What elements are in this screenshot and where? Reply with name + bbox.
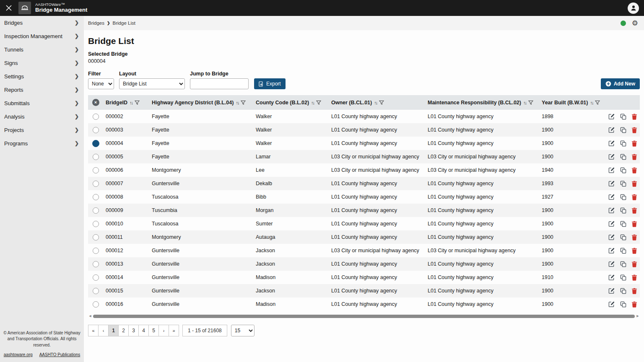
row-select-radio[interactable] [93,234,99,240]
scroll-right-icon[interactable]: ► [636,314,640,318]
page-button-2[interactable]: 2 [118,325,129,336]
delete-icon[interactable] [631,234,637,240]
table-row[interactable]: 000002 Fayette Walker L01 County highway… [88,110,640,123]
delete-icon[interactable] [631,274,637,281]
copy-icon[interactable] [620,140,626,147]
edit-icon[interactable] [608,114,615,120]
copy-icon[interactable] [620,301,626,308]
sidebar-item-settings[interactable]: Settings❯ [0,70,84,83]
delete-icon[interactable] [631,167,637,173]
copy-icon[interactable] [620,127,626,133]
table-row[interactable]: 000003 Fayette Walker L01 County highway… [88,123,640,137]
edit-icon[interactable] [608,274,615,281]
edit-icon[interactable] [608,261,615,267]
copy-icon[interactable] [620,167,626,173]
filter-funnel-icon[interactable] [316,100,321,105]
delete-icon[interactable] [631,154,637,160]
sort-icon[interactable]: ↑↓ [236,100,239,105]
row-select-radio[interactable] [93,114,99,120]
scrollbar-thumb[interactable] [93,315,635,318]
table-row[interactable]: 000005 Fayette Lamar L03 City or municip… [88,150,640,163]
edit-icon[interactable] [608,234,615,240]
copy-icon[interactable] [620,207,626,214]
copy-icon[interactable] [620,194,626,200]
user-avatar-icon[interactable] [628,3,639,14]
row-select-radio[interactable] [93,301,99,308]
copy-icon[interactable] [620,221,626,227]
breadcrumb-bridge-list[interactable]: Bridge List [113,21,135,26]
link-aashtoware-org[interactable]: aashtoware.org [4,352,33,357]
copy-icon[interactable] [620,234,626,240]
row-select-radio[interactable] [93,274,99,281]
column-header-owner[interactable]: Owner (B.CL.01) [331,100,372,106]
row-select-radio[interactable] [93,248,99,254]
filter-funnel-icon[interactable] [528,100,533,105]
copy-icon[interactable] [620,181,626,187]
delete-icon[interactable] [631,301,637,308]
table-row[interactable]: 000004 Fayette Walker L01 County highway… [88,137,640,150]
prev-page-button[interactable]: ‹ [98,325,109,336]
delete-icon[interactable] [631,127,637,133]
add-new-button[interactable]: Add New [601,78,640,89]
table-row[interactable]: 000010 Tuscaloosa Sumter L01 County high… [88,217,640,230]
filter-funnel-icon[interactable] [241,100,246,105]
table-row[interactable]: 000007 Guntersville Dekalb L01 County hi… [88,177,640,190]
table-row[interactable]: 000011 Montgomery Autauga L01 County hig… [88,230,640,244]
edit-icon[interactable] [608,140,615,147]
edit-icon[interactable] [608,154,615,160]
breadcrumb-bridges[interactable]: Bridges [88,21,104,26]
copy-icon[interactable] [620,274,626,281]
link-aashto-publications[interactable]: AASHTO Publications [39,352,80,357]
row-select-radio[interactable] [93,194,99,200]
edit-icon[interactable] [608,127,615,133]
copy-icon[interactable] [620,248,626,254]
delete-icon[interactable] [631,140,637,147]
column-header-district[interactable]: Highway Agency District (B.L.04) [152,100,234,106]
copy-icon[interactable] [620,288,626,294]
column-header-county[interactable]: County Code (B.L.02) [256,100,309,106]
row-select-radio[interactable] [93,261,99,267]
delete-icon[interactable] [631,261,637,267]
clear-selection-icon[interactable]: × [92,99,99,106]
sidebar-item-inspection-management[interactable]: Inspection Management❯ [0,29,84,43]
horizontal-scrollbar[interactable]: ◄ ► [88,313,640,319]
row-select-radio[interactable] [93,207,99,214]
edit-icon[interactable] [608,288,615,294]
row-select-radio[interactable] [93,154,99,160]
delete-icon[interactable] [631,248,637,254]
sidebar-item-reports[interactable]: Reports❯ [0,83,84,96]
edit-icon[interactable] [608,167,615,173]
copy-icon[interactable] [620,114,626,120]
row-select-radio[interactable] [93,167,99,173]
gear-icon[interactable]: ⚙ [632,20,638,27]
column-header-maintenance[interactable]: Maintenance Responsibility (B.CL.02) [428,100,521,106]
table-row[interactable]: 000015 Guntersville Jackson L01 County h… [88,284,640,297]
page-button-3[interactable]: 3 [128,325,139,336]
last-page-button[interactable]: » [169,325,179,336]
delete-icon[interactable] [631,207,637,214]
sidebar-item-analysis[interactable]: Analysis❯ [0,110,84,123]
sidebar-item-projects[interactable]: Projects❯ [0,123,84,137]
page-button-5[interactable]: 5 [148,325,159,336]
sidebar-item-bridges[interactable]: Bridges❯ [0,16,84,29]
delete-icon[interactable] [631,221,637,227]
table-row[interactable]: 000014 Guntersville Madison L01 County h… [88,271,640,284]
filter-select[interactable]: None [88,78,114,89]
jump-to-bridge-input[interactable] [190,78,249,89]
export-button[interactable]: Export [254,78,286,89]
delete-icon[interactable] [631,114,637,120]
delete-icon[interactable] [631,181,637,187]
page-button-1[interactable]: 1 [108,325,119,336]
sort-icon[interactable]: ↑↓ [130,100,132,105]
table-row[interactable]: 000006 Montgomery Lee L03 City or munici… [88,163,640,177]
next-page-button[interactable]: › [158,325,169,336]
page-button-4[interactable]: 4 [138,325,149,336]
sidebar-item-tunnels[interactable]: Tunnels❯ [0,43,84,56]
layout-select[interactable]: Bridge List [119,78,185,89]
delete-icon[interactable] [631,194,637,200]
column-header-bridgeid[interactable]: BridgeID [106,100,127,106]
filter-funnel-icon[interactable] [135,100,140,105]
delete-icon[interactable] [631,288,637,294]
row-select-radio[interactable] [93,181,99,187]
filter-funnel-icon[interactable] [595,100,600,105]
